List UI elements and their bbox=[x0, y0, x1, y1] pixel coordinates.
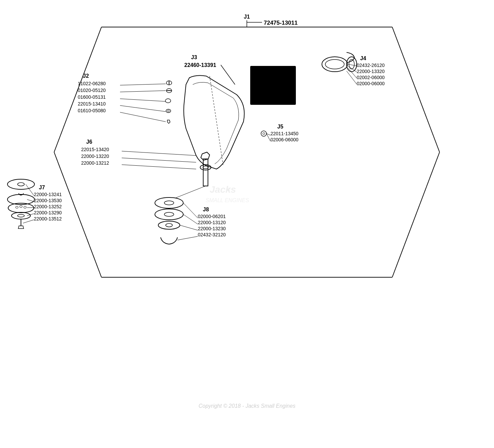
svg-text:02000-06000: 02000-06000 bbox=[357, 81, 385, 86]
svg-text:J7: J7 bbox=[39, 185, 45, 190]
svg-text:01020-05120: 01020-05120 bbox=[78, 88, 106, 93]
svg-text:J2: J2 bbox=[83, 73, 89, 79]
svg-text:22000-13512: 22000-13512 bbox=[34, 216, 62, 221]
svg-text:22015-13410: 22015-13410 bbox=[78, 101, 106, 107]
svg-point-40 bbox=[325, 60, 344, 69]
svg-text:J1: J1 bbox=[244, 14, 250, 20]
svg-line-20 bbox=[120, 91, 166, 92]
svg-text:01610-05080: 01610-05080 bbox=[78, 108, 106, 113]
svg-point-99 bbox=[164, 212, 174, 216]
svg-point-63 bbox=[203, 166, 208, 169]
svg-text:02432-32120: 02432-32120 bbox=[198, 232, 226, 237]
svg-text:J5: J5 bbox=[277, 124, 283, 129]
svg-point-79 bbox=[16, 206, 18, 208]
svg-text:11022-06280: 11022-06280 bbox=[78, 81, 106, 86]
svg-text:02002-06000: 02002-06000 bbox=[357, 75, 385, 80]
svg-text:22000-13290: 22000-13290 bbox=[34, 210, 62, 215]
svg-line-22 bbox=[120, 105, 166, 112]
svg-point-98 bbox=[155, 209, 183, 220]
svg-line-59 bbox=[122, 158, 196, 162]
svg-line-4 bbox=[392, 27, 440, 152]
svg-text:©: © bbox=[227, 187, 230, 192]
svg-text:02432-26120: 02432-26120 bbox=[357, 63, 385, 68]
svg-text:22000-13212: 22000-13212 bbox=[81, 160, 109, 166]
svg-point-101 bbox=[158, 221, 180, 229]
svg-marker-31 bbox=[167, 120, 170, 123]
svg-text:22000-13530: 22000-13530 bbox=[34, 198, 62, 203]
svg-line-89 bbox=[23, 220, 34, 223]
svg-text:02000-06201: 02000-06201 bbox=[198, 214, 226, 219]
svg-point-28 bbox=[165, 99, 171, 103]
svg-text:Jacks: Jacks bbox=[210, 184, 236, 195]
svg-text:J8: J8 bbox=[203, 207, 209, 212]
svg-line-21 bbox=[120, 99, 166, 101]
svg-line-53 bbox=[266, 134, 270, 141]
svg-text:22015-13420: 22015-13420 bbox=[81, 147, 109, 152]
svg-line-23 bbox=[120, 112, 166, 122]
svg-marker-88 bbox=[18, 226, 24, 229]
svg-point-41 bbox=[347, 57, 357, 72]
svg-line-103 bbox=[180, 225, 198, 230]
svg-line-12 bbox=[221, 65, 235, 85]
svg-text:22000-13230: 22000-13230 bbox=[198, 226, 226, 231]
svg-point-85 bbox=[18, 214, 24, 217]
svg-point-30 bbox=[167, 110, 169, 112]
svg-point-81 bbox=[24, 206, 26, 208]
svg-text:J4: J4 bbox=[360, 55, 366, 61]
svg-text:SMALL ENGINES: SMALL ENGINES bbox=[206, 197, 249, 203]
svg-line-19 bbox=[120, 84, 166, 85]
svg-text:02006-06000: 02006-06000 bbox=[270, 137, 299, 142]
svg-point-39 bbox=[322, 57, 348, 72]
svg-text:22011-13450: 22011-13450 bbox=[270, 131, 299, 136]
svg-line-5 bbox=[392, 152, 440, 277]
svg-point-80 bbox=[20, 206, 22, 208]
svg-line-104 bbox=[178, 236, 198, 240]
svg-line-82 bbox=[27, 199, 34, 202]
svg-point-95 bbox=[155, 197, 183, 208]
svg-point-96 bbox=[164, 201, 174, 205]
svg-point-29 bbox=[166, 109, 171, 113]
svg-rect-33 bbox=[250, 66, 296, 105]
svg-line-58 bbox=[122, 151, 196, 156]
diagram-container: J1 72475-13011 J3 22460-13391 J2 11022-0… bbox=[0, 0, 494, 448]
svg-point-102 bbox=[166, 223, 172, 227]
svg-point-51 bbox=[263, 133, 265, 135]
svg-text:72475-13011: 72475-13011 bbox=[264, 20, 298, 26]
svg-line-105 bbox=[176, 186, 206, 198]
svg-text:J6: J6 bbox=[86, 139, 92, 145]
svg-point-74 bbox=[7, 179, 34, 189]
svg-text:01600-05131: 01600-05131 bbox=[78, 94, 106, 100]
svg-point-50 bbox=[261, 131, 266, 136]
svg-line-43 bbox=[348, 64, 357, 66]
svg-text:22000-13252: 22000-13252 bbox=[34, 204, 62, 209]
svg-text:J3: J3 bbox=[191, 54, 197, 60]
svg-point-75 bbox=[18, 183, 24, 186]
svg-text:22000-13241: 22000-13241 bbox=[34, 192, 62, 197]
svg-rect-64 bbox=[203, 159, 208, 186]
svg-line-76 bbox=[26, 184, 34, 195]
svg-line-32 bbox=[210, 76, 223, 166]
svg-text:22000-13220: 22000-13220 bbox=[81, 154, 109, 159]
svg-line-46 bbox=[347, 71, 357, 84]
svg-text:22000-13320: 22000-13320 bbox=[357, 69, 385, 74]
copyright-text: Copyright © 2018 - Jacks Small Engines bbox=[198, 403, 296, 409]
svg-text:22000-13120: 22000-13120 bbox=[198, 220, 226, 225]
svg-text:22460-13391: 22460-13391 bbox=[184, 62, 216, 68]
svg-line-60 bbox=[122, 165, 196, 169]
